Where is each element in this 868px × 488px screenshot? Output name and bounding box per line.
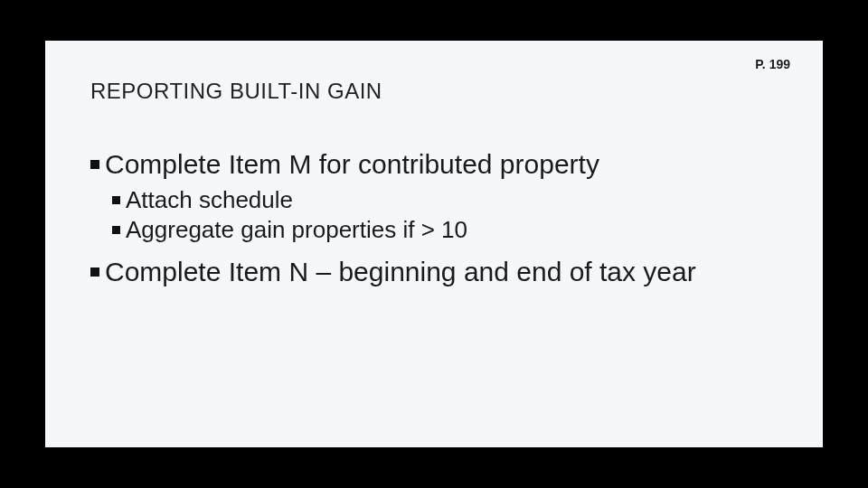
slide: P. 199 REPORTING BUILT-IN GAIN Complete …: [45, 41, 823, 447]
slide-heading: REPORTING BUILT-IN GAIN: [90, 79, 787, 104]
square-bullet-icon: [90, 160, 99, 169]
bullet-text: Complete Item N – beginning and end of t…: [105, 255, 787, 289]
bullet-level1: Complete Item N – beginning and end of t…: [90, 255, 787, 289]
bullet-text: Complete Item M for contributed property: [105, 147, 787, 182]
square-bullet-icon: [90, 267, 99, 277]
bullet-text: Attach schedule: [126, 185, 293, 216]
square-bullet-icon: [112, 196, 120, 204]
bullet-level2: Attach schedule: [112, 185, 787, 216]
page-reference: P. 199: [755, 57, 790, 71]
bullet-level2: Aggregate gain properties if > 10: [112, 215, 787, 246]
bullet-text: Aggregate gain properties if > 10: [126, 215, 467, 246]
square-bullet-icon: [112, 226, 120, 234]
bullet-level1: Complete Item M for contributed property: [90, 147, 787, 182]
